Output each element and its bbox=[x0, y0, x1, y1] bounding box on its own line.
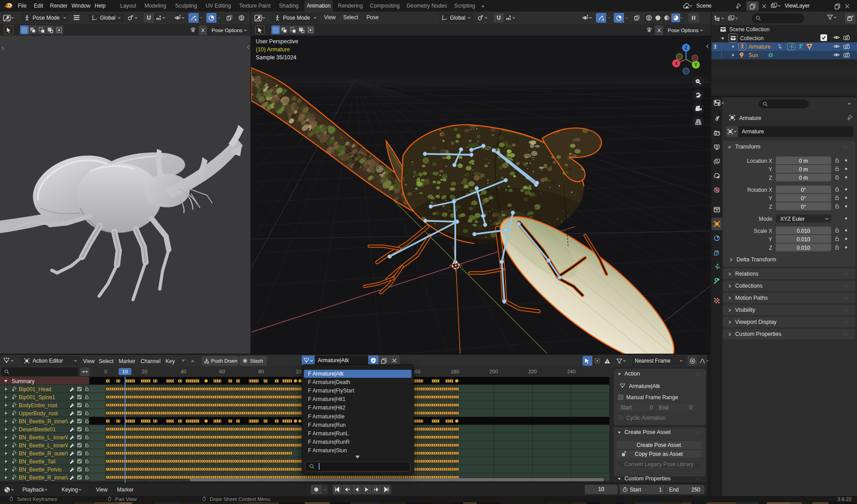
svg-text:Z: Z bbox=[685, 45, 688, 50]
svg-text:Y: Y bbox=[694, 62, 697, 67]
svg-text:X: X bbox=[674, 61, 678, 66]
